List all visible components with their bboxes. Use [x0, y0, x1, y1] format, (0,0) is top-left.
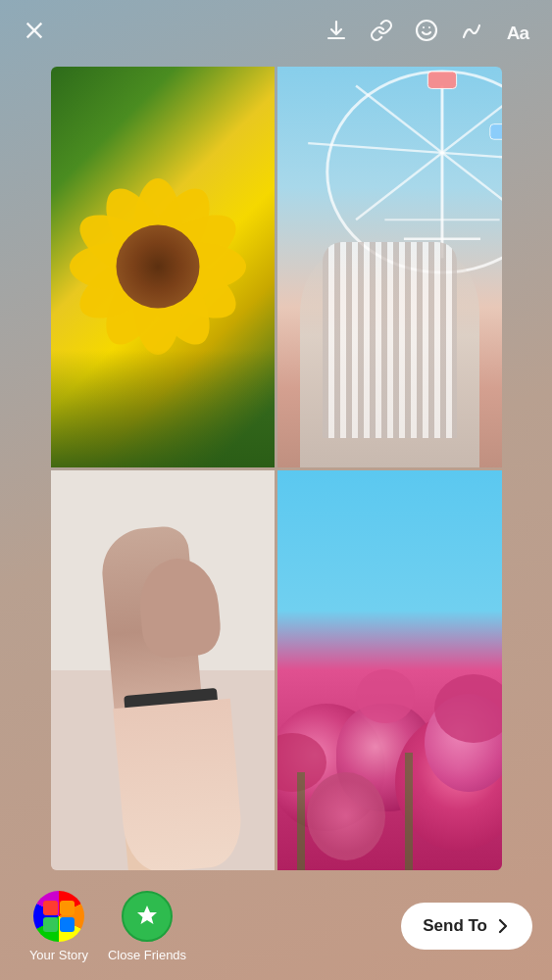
- link-icon[interactable]: [370, 19, 393, 48]
- draw-icon[interactable]: [460, 18, 485, 49]
- toolbar: Aa: [0, 0, 552, 59]
- photo-ferris: [277, 67, 502, 467]
- sticker-icon[interactable]: [415, 19, 438, 48]
- svg-rect-14: [43, 901, 58, 915]
- svg-rect-12: [427, 72, 456, 89]
- photo-grid-container: [51, 67, 502, 870]
- send-to-label: Send To: [423, 916, 487, 936]
- svg-point-2: [417, 21, 436, 40]
- photo-sunflower: [51, 67, 276, 467]
- svg-rect-16: [43, 917, 58, 932]
- close-friends-icon: [122, 891, 173, 942]
- your-story-icon: [33, 891, 84, 942]
- close-friends-option[interactable]: Close Friends: [98, 891, 196, 962]
- chevron-right-icon: [495, 918, 511, 934]
- svg-rect-17: [60, 917, 75, 932]
- svg-rect-15: [60, 901, 75, 915]
- sunflower-center: [117, 225, 200, 309]
- star-icon: [133, 903, 161, 930]
- photo-hood: [51, 470, 276, 871]
- photo-flowers: [277, 470, 502, 871]
- svg-line-8: [308, 143, 501, 163]
- your-story-option[interactable]: Your Story: [20, 891, 98, 962]
- send-to-button[interactable]: Send To: [401, 903, 532, 950]
- download-icon[interactable]: [325, 19, 348, 48]
- close-friends-label: Close Friends: [108, 948, 186, 962]
- bottom-bar: Your Story Close Friends Send To: [0, 872, 552, 980]
- colorful-grid-icon: [41, 899, 76, 934]
- close-button[interactable]: [24, 20, 45, 47]
- your-story-label: Your Story: [29, 948, 88, 962]
- toolbar-actions: Aa: [325, 18, 528, 49]
- photo-grid: [51, 67, 502, 870]
- svg-marker-18: [137, 906, 157, 924]
- svg-rect-13: [490, 124, 502, 140]
- text-icon[interactable]: Aa: [507, 23, 528, 44]
